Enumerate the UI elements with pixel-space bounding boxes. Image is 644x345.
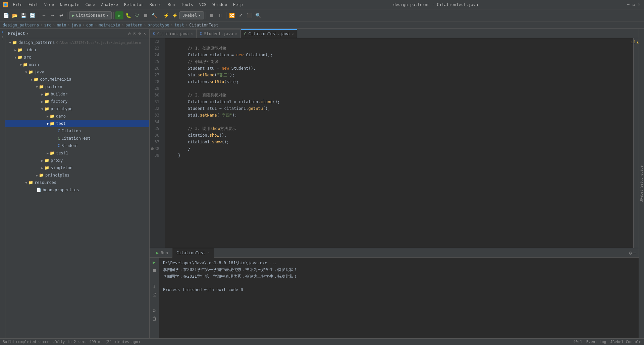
new-file-button[interactable]: 📄: [2, 11, 10, 19]
code-editor[interactable]: 22 23 24 25 26 27 28 29 30 31 32 33 34 3…: [150, 38, 633, 248]
jrebel-dropdown[interactable]: JRebel ▾: [179, 11, 204, 19]
tree-resources[interactable]: ▼ 📁 resources: [5, 179, 149, 186]
locate-file-button[interactable]: ◎: [127, 30, 131, 37]
forward-button[interactable]: →: [49, 11, 57, 19]
tab-run[interactable]: ▶ Run: [152, 248, 172, 258]
terminal-minimize-button[interactable]: ─: [633, 250, 636, 256]
project-panel-controls[interactable]: ◎ ⇱ ⚙ ✕: [127, 30, 147, 37]
terminal-tab-close[interactable]: ✕: [208, 251, 210, 255]
menu-navigate[interactable]: Navigate: [57, 1, 82, 8]
menu-tools[interactable]: Tools: [178, 1, 196, 8]
back-button[interactable]: ←: [40, 11, 48, 19]
save-button[interactable]: 💾: [19, 11, 28, 19]
run-coverage-button[interactable]: 🛡: [133, 11, 141, 19]
breadcrumb-citation-test[interactable]: CitationTest: [189, 23, 218, 27]
tree-test[interactable]: ▼ 📁 test: [5, 120, 149, 127]
citation-tab-close[interactable]: ✕: [191, 32, 193, 36]
tab-citationtest[interactable]: C CitationTest.java ✕: [241, 29, 297, 38]
tree-citation-test[interactable]: C CitationTest: [5, 135, 149, 142]
sync-button[interactable]: 🔄: [28, 11, 36, 19]
breadcrumb-src[interactable]: src: [44, 23, 52, 27]
menu-bar[interactable]: File Edit View Navigate Code Analyze Ref…: [10, 1, 246, 8]
breadcrumb-java[interactable]: java: [71, 23, 81, 27]
tree-root[interactable]: ▼ 📁 design_patterns C:\Users\32120\IdeaP…: [5, 39, 149, 46]
window-controls[interactable]: ─ □ ✕: [626, 2, 641, 7]
collapse-all-button[interactable]: ⇱: [132, 30, 136, 37]
menu-file[interactable]: File: [10, 1, 25, 8]
tab-student[interactable]: C Student.java ✕: [197, 29, 241, 38]
jrebel-debug-btn[interactable]: ⚡: [171, 11, 179, 19]
tree-demo[interactable]: ▶ 📁 demo: [5, 113, 149, 120]
menu-view[interactable]: View: [42, 1, 57, 8]
tree-citation[interactable]: C Citation: [5, 127, 149, 135]
vcs-button[interactable]: 🔀: [228, 11, 236, 19]
minimize-button[interactable]: ─: [626, 2, 631, 7]
code-content[interactable]: // 1. 创建原型对象 Citation citation = new Cit…: [165, 38, 633, 248]
terminal-side-buttons[interactable]: ▶ ⏹ ⤵ 🖨 ⚙ 🗑: [150, 258, 159, 338]
tree-pattern[interactable]: ▼ 📁 pattern: [5, 83, 149, 90]
maximize-button[interactable]: □: [631, 2, 636, 7]
terminal-settings-button[interactable]: ⚙: [629, 250, 632, 256]
file-tree[interactable]: ▼ 📁 design_patterns C:\Users\32120\IdeaP…: [5, 38, 149, 338]
jrebel-run-btn[interactable]: ⚡: [162, 11, 170, 19]
run-button[interactable]: ▶: [115, 11, 123, 19]
clear-button[interactable]: 🗑: [151, 315, 158, 322]
tree-factory[interactable]: ▶ 📁 factory: [5, 98, 149, 105]
stop-run-button[interactable]: ⏹: [151, 267, 158, 274]
terminal-button[interactable]: ⬛: [246, 11, 254, 19]
tree-main[interactable]: ▼ 📁 main: [5, 61, 149, 68]
menu-help[interactable]: Help: [230, 1, 246, 8]
project-dropdown-icon[interactable]: ▾: [26, 31, 29, 36]
menu-run[interactable]: Run: [165, 1, 178, 8]
run-config-dropdown[interactable]: ▶ CitationTest ▾: [69, 11, 112, 19]
tree-com-meimeixia[interactable]: ▼ 📁 com.meimeixia: [5, 76, 149, 83]
structure-icon[interactable]: S: [0, 36, 5, 40]
breadcrumb-com[interactable]: com: [86, 23, 94, 27]
breadcrumb-pattern[interactable]: pattern: [125, 23, 143, 27]
breadcrumb-prototype[interactable]: prototype: [148, 23, 169, 27]
tree-idea[interactable]: ▶ 📁 .idea: [5, 46, 149, 54]
tree-prototype[interactable]: ▼ 📁 prototype: [5, 105, 149, 113]
tree-options-button[interactable]: ⚙: [138, 30, 142, 37]
tree-builder[interactable]: ▶ 📁 builder: [5, 90, 149, 98]
jrebel-setup-guide[interactable]: JRebel Setup Guide: [640, 165, 643, 202]
tree-src[interactable]: ▼ 📁 src: [5, 54, 149, 61]
terminal-controls[interactable]: ⚙ ─: [629, 250, 636, 256]
rerun-button[interactable]: ▶: [151, 259, 158, 266]
breadcrumb-meimeixia[interactable]: meimeixia: [99, 23, 120, 27]
menu-code[interactable]: Code: [83, 1, 98, 8]
tab-citationtest-run[interactable]: CitationTest ✕: [172, 248, 214, 258]
breadcrumb-test[interactable]: test: [174, 23, 184, 27]
project-icon[interactable]: P: [0, 30, 5, 35]
tree-principles[interactable]: ▶ 📁 principles: [5, 171, 149, 179]
debug-button[interactable]: 🐛: [124, 11, 132, 19]
tree-student[interactable]: C Student: [5, 142, 149, 149]
menu-edit[interactable]: Edit: [26, 1, 41, 8]
tree-bean-properties[interactable]: 📄 bean.properties: [5, 186, 149, 194]
citationtest-tab-close[interactable]: ✕: [291, 32, 293, 36]
tree-test1[interactable]: ▶ 📁 test1: [5, 149, 149, 157]
tree-java[interactable]: ▼ 📁 java: [5, 68, 149, 76]
stop-btn2[interactable]: ⏹: [208, 11, 216, 19]
event-log-link[interactable]: Event Log: [586, 340, 606, 344]
menu-window[interactable]: Window: [210, 1, 229, 8]
jrebel-console-link[interactable]: JRebel Console: [610, 340, 641, 344]
pause-btn[interactable]: ⏸: [216, 11, 224, 19]
tree-proxy[interactable]: ▶ 📁 proxy: [5, 157, 149, 164]
scroll-end-button[interactable]: ⤵: [151, 283, 158, 290]
menu-vcs[interactable]: VCS: [197, 1, 209, 8]
stop-button[interactable]: ⏹: [142, 11, 150, 19]
menu-refactor[interactable]: Refactor: [121, 1, 146, 8]
tab-citation[interactable]: C Citation.java ✕: [150, 29, 197, 38]
open-button[interactable]: 📂: [11, 11, 19, 19]
student-tab-close[interactable]: ✕: [235, 32, 237, 36]
breadcrumb-main[interactable]: main: [57, 23, 66, 27]
tree-singleton[interactable]: ▶ 📁 singleton: [5, 164, 149, 171]
hide-panel-button[interactable]: ✕: [143, 30, 147, 37]
menu-build[interactable]: Build: [147, 1, 164, 8]
close-button[interactable]: ✕: [637, 2, 641, 7]
search-button[interactable]: 🔍: [254, 11, 262, 19]
build-button[interactable]: 🔨: [150, 11, 158, 19]
breadcrumb-design-patterns[interactable]: design_patterns: [3, 23, 39, 27]
print-button[interactable]: 🖨: [151, 291, 158, 298]
